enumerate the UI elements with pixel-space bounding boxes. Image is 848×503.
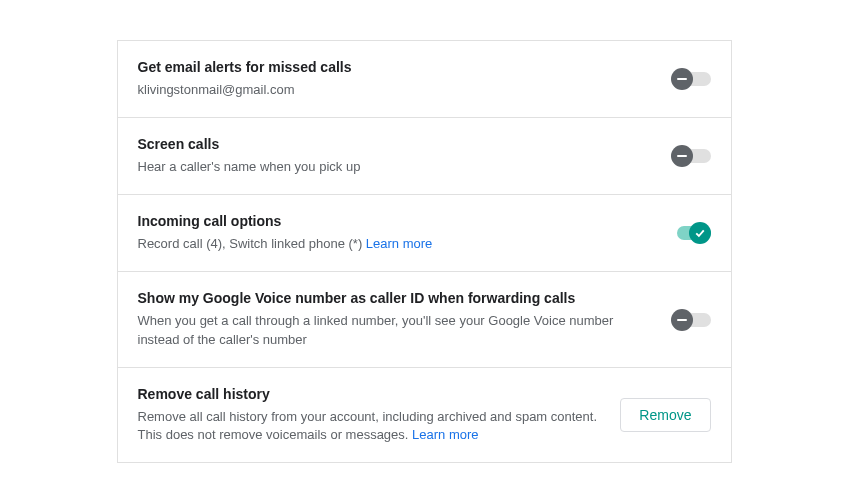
setting-remove-history-text: Remove call history Remove all call hist… <box>138 386 621 444</box>
toggle-caller-id[interactable] <box>671 309 711 331</box>
toggle-email-alerts[interactable] <box>671 68 711 90</box>
setting-screen-calls-title: Screen calls <box>138 136 655 152</box>
setting-screen-calls: Screen calls Hear a caller's name when y… <box>118 118 731 195</box>
setting-email-alerts-text: Get email alerts for missed calls klivin… <box>138 59 671 99</box>
minus-icon <box>671 309 693 331</box>
setting-caller-id-text: Show my Google Voice number as caller ID… <box>138 290 671 348</box>
setting-caller-id: Show my Google Voice number as caller ID… <box>118 272 731 367</box>
setting-remove-history-desc-text: Remove all call history from your accoun… <box>138 409 598 442</box>
learn-more-link[interactable]: Learn more <box>412 427 478 442</box>
setting-incoming-options-description: Record call (4), Switch linked phone (*)… <box>138 235 655 253</box>
toggle-incoming-options[interactable] <box>671 222 711 244</box>
setting-incoming-options-text: Incoming call options Record call (4), S… <box>138 213 671 253</box>
setting-email-alerts-description: klivingstonmail@gmail.com <box>138 81 655 99</box>
remove-button[interactable]: Remove <box>620 398 710 432</box>
setting-screen-calls-description: Hear a caller's name when you pick up <box>138 158 655 176</box>
setting-email-alerts-title: Get email alerts for missed calls <box>138 59 655 75</box>
minus-icon <box>671 68 693 90</box>
minus-icon <box>671 145 693 167</box>
setting-caller-id-title: Show my Google Voice number as caller ID… <box>138 290 655 306</box>
setting-incoming-options-title: Incoming call options <box>138 213 655 229</box>
setting-incoming-options: Incoming call options Record call (4), S… <box>118 195 731 272</box>
setting-remove-history-description: Remove all call history from your accoun… <box>138 408 605 444</box>
setting-caller-id-description: When you get a call through a linked num… <box>138 312 655 348</box>
check-icon <box>689 222 711 244</box>
toggle-screen-calls[interactable] <box>671 145 711 167</box>
setting-remove-history: Remove call history Remove all call hist… <box>118 368 731 462</box>
setting-remove-history-title: Remove call history <box>138 386 605 402</box>
setting-email-alerts: Get email alerts for missed calls klivin… <box>118 41 731 118</box>
setting-screen-calls-text: Screen calls Hear a caller's name when y… <box>138 136 671 176</box>
setting-incoming-options-desc-text: Record call (4), Switch linked phone (*) <box>138 236 366 251</box>
learn-more-link[interactable]: Learn more <box>366 236 432 251</box>
call-settings-panel: Get email alerts for missed calls klivin… <box>117 40 732 463</box>
